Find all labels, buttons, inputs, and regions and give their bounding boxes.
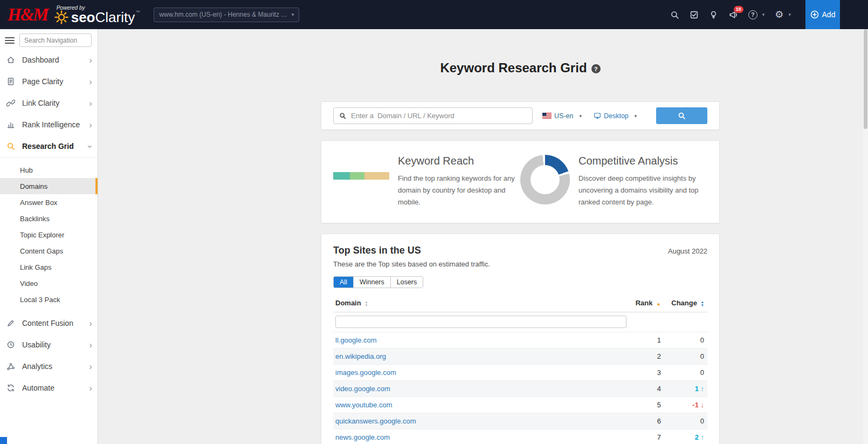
domain-link[interactable]: en.wikipedia.org (335, 352, 386, 360)
table-row: video.google.com 4 1 ↑ (333, 381, 707, 397)
bar-chart-icon (6, 120, 16, 129)
sidebar-subitem-domains[interactable]: Domains (0, 178, 98, 194)
change-arrow-icon: ↑ (701, 433, 705, 441)
keyword-search-input[interactable] (350, 111, 527, 120)
change-value: 2 ↑ (695, 433, 704, 441)
tasks-icon[interactable] (690, 10, 699, 19)
table-row: news.google.com 7 2 ↑ (333, 429, 707, 444)
top-sites-card: Top Sites in the US August 2022 These ar… (321, 234, 720, 444)
rank-value: 7 (630, 429, 664, 444)
donut-chart-icon (520, 155, 570, 204)
sidebar-subitem-backlinks[interactable]: Backlinks (0, 210, 98, 227)
page-scrollbar[interactable] (863, 29, 868, 444)
caret-down-icon: ▾ (788, 12, 791, 17)
bottom-left-accent (0, 437, 7, 444)
chevron-right-icon: › (89, 340, 92, 350)
change-arrow-icon: ↓ (701, 401, 705, 409)
domain-link[interactable]: video.google.com (335, 385, 390, 393)
tab-all[interactable]: All (334, 277, 354, 288)
change-arrow-icon: ↑ (701, 385, 705, 393)
device-dropdown[interactable]: Desktop ▾ (594, 112, 637, 120)
sidebar-search-input[interactable] (19, 33, 92, 47)
sidebar-subitem-topic-explorer[interactable]: Topic Explorer (0, 227, 98, 243)
column-header-domain[interactable]: Domain ▲▼ (333, 296, 630, 312)
page-icon (6, 77, 16, 86)
column-header-rank[interactable]: Rank ▲ (630, 296, 664, 312)
domain-selector-dropdown[interactable]: www.hm.com (US-en) - Hennes & Mauritz AB… (154, 8, 299, 22)
sidebar-subitem-local-3-pack[interactable]: Local 3 Pack (0, 291, 98, 308)
add-button[interactable]: Add (805, 0, 840, 29)
plus-circle-icon (810, 10, 819, 19)
table-row: en.wikipedia.org 2 0 (333, 349, 707, 365)
hamburger-menu-icon[interactable] (5, 37, 15, 44)
sort-icon: ▲▼ (701, 300, 704, 307)
settings-menu[interactable]: ⚙ ▾ (775, 10, 791, 19)
seoclarity-wordmark: seoClarity™ (71, 10, 140, 24)
chevron-right-icon: › (89, 120, 92, 129)
domain-link[interactable]: www.youtube.com (335, 401, 392, 409)
feature-title: Competitive Analysis (578, 155, 701, 167)
seoclarity-brand: Powered by seoClarity™ (54, 5, 140, 24)
sidebar: Dashboard › Page Clarity › Link Clarity … (0, 29, 98, 444)
sidebar-item-automate[interactable]: Automate › (0, 377, 98, 399)
domain-link[interactable]: news.google.com (335, 433, 390, 441)
link-icon (6, 99, 16, 107)
caret-down-icon: ▾ (635, 113, 637, 119)
sidebar-item-usability[interactable]: Usability › (0, 334, 98, 356)
scrollbar-thumb[interactable] (864, 29, 867, 129)
table-row: images.google.com 3 0 (333, 365, 707, 381)
chevron-right-icon: › (89, 319, 92, 328)
tab-winners[interactable]: Winners (354, 277, 391, 288)
help-menu[interactable]: ? ▾ (748, 10, 765, 19)
domain-link[interactable]: images.google.com (335, 368, 396, 377)
chevron-right-icon: › (89, 384, 92, 393)
sidebar-subitem-answer-box[interactable]: Answer Box (0, 194, 98, 210)
announcements-icon[interactable]: 10 (728, 10, 738, 19)
column-header-change[interactable]: Change ▲▼ (664, 296, 707, 312)
feature-description: Discover deep competitive insights by un… (578, 173, 701, 208)
search-icon[interactable] (670, 10, 679, 19)
stacked-bar-icon (333, 172, 389, 180)
lightbulb-icon[interactable] (709, 10, 718, 19)
locale-dropdown[interactable]: US-en ▾ (542, 112, 582, 120)
search-icon (678, 112, 686, 120)
tab-losers[interactable]: Losers (391, 277, 423, 288)
refresh-loop-icon (6, 384, 16, 392)
trademark: ™ (135, 10, 140, 15)
chevron-right-icon: › (89, 56, 92, 65)
sidebar-subitem-link-gaps[interactable]: Link Gaps (0, 259, 98, 275)
feature-description: Find the top ranking keywords for any do… (398, 173, 520, 208)
domain-link[interactable]: quickanswers.google.com (335, 417, 416, 425)
table-row: ll.google.com 1 0 (333, 332, 707, 349)
domain-filter-input[interactable] (335, 316, 626, 328)
sidebar-item-content-fusion[interactable]: Content Fusion › (0, 312, 98, 334)
page-help-icon[interactable]: ? (591, 64, 601, 73)
sidebar-subitem-content-gaps[interactable]: Content Gaps (0, 243, 98, 259)
search-submit-button[interactable] (656, 107, 707, 124)
seoclarity-sun-icon (54, 10, 68, 24)
caret-down-icon: ▾ (292, 12, 294, 17)
keyword-input-wrap (333, 107, 533, 124)
search-icon (6, 142, 16, 151)
features-card: Keyword Reach Find the top ranking keywo… (321, 140, 720, 223)
sort-icon: ▲▼ (364, 300, 368, 307)
change-value: 0 (700, 336, 704, 344)
table-row: www.youtube.com 5 -1 ↓ (333, 397, 707, 413)
sidebar-item-link-clarity[interactable]: Link Clarity › (0, 92, 98, 114)
clock-icon (6, 340, 16, 349)
sidebar-item-page-clarity[interactable]: Page Clarity › (0, 71, 98, 92)
feature-competitive-analysis: Competitive Analysis Discover deep compe… (520, 155, 707, 208)
sidebar-item-dashboard[interactable]: Dashboard › (0, 49, 98, 71)
sidebar-item-research-grid[interactable]: Research Grid › (0, 135, 98, 157)
sidebar-item-rank-intelligence[interactable]: Rank Intelligence › (0, 114, 98, 135)
main-content: Keyword Research Grid? US-en ▾ (98, 29, 868, 444)
search-icon (339, 112, 346, 119)
sidebar-subitem-video[interactable]: Video (0, 275, 98, 291)
sidebar-item-analytics[interactable]: Analytics › (0, 356, 98, 377)
page-title: Keyword Research Grid? (321, 29, 720, 76)
domain-link[interactable]: ll.google.com (335, 336, 377, 344)
sidebar-subitem-hub[interactable]: Hub (0, 162, 98, 178)
home-icon (6, 56, 16, 64)
app-root: H&M Powered by seoClarity™ www.hm.com (U… (0, 0, 868, 444)
rank-value: 4 (630, 381, 664, 397)
